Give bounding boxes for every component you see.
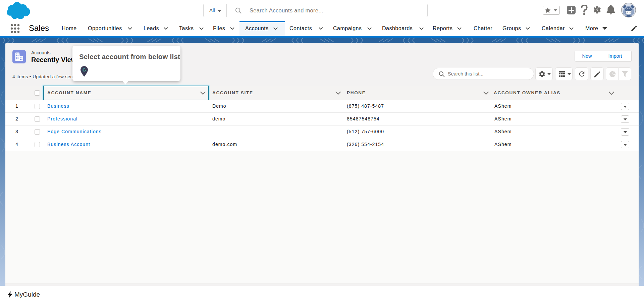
svg-text:G: G <box>83 67 86 72</box>
